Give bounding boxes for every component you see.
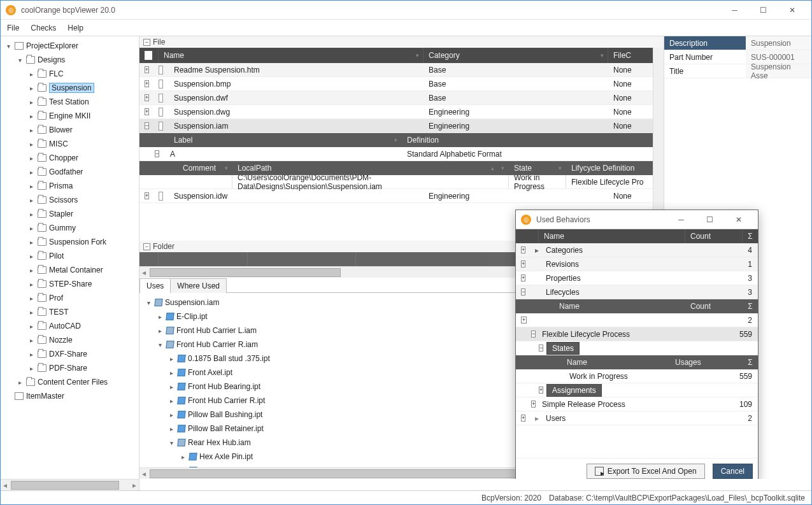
- expand-icon[interactable]: ▸: [27, 337, 35, 344]
- expand-icon[interactable]: ▸: [27, 211, 35, 218]
- tree-item[interactable]: ▸Nozzle: [2, 333, 138, 347]
- tree-item[interactable]: ▸Engine MKII: [2, 109, 138, 123]
- tree-item[interactable]: ▸TEST: [2, 305, 138, 319]
- label-def-row[interactable]: −AStandard Alphabetic Format: [139, 147, 653, 161]
- expand-icon[interactable]: +: [531, 401, 536, 408]
- expand-icon[interactable]: +: [145, 80, 149, 87]
- popup-row-srp[interactable]: + Simple Release Process 109: [516, 397, 758, 411]
- expand-icon[interactable]: +: [145, 108, 149, 115]
- expand-icon[interactable]: +: [521, 317, 527, 324]
- expand-icon[interactable]: ▸: [27, 85, 35, 92]
- scrollbar-thumb[interactable]: [11, 481, 119, 490]
- expand-icon[interactable]: ▸: [167, 411, 175, 418]
- expand-icon[interactable]: ▸: [179, 453, 187, 460]
- file-section-header[interactable]: − File: [139, 36, 664, 48]
- collapse-icon[interactable]: −: [145, 122, 149, 129]
- expand-icon[interactable]: ▸: [27, 127, 35, 134]
- expand-icon[interactable]: ▸: [27, 239, 35, 246]
- dialog-titlebar[interactable]: ◎ Used Behaviors ─ ☐ ✕: [516, 210, 758, 229]
- file-row[interactable]: +Suspension.dwgEngineeringNone: [139, 105, 653, 119]
- cancel-button[interactable]: Cancel: [713, 464, 753, 479]
- file-row[interactable]: +Readme Suspension.htmBaseNone: [139, 63, 653, 77]
- tree-item[interactable]: ▸MISC: [2, 137, 138, 151]
- filter-icon[interactable]: ▾: [601, 52, 604, 59]
- popup-row[interactable]: +Revisions1: [516, 257, 758, 271]
- expand-icon[interactable]: ▸: [27, 267, 35, 274]
- close-button[interactable]: ✕: [778, 1, 806, 20]
- collapse-icon[interactable]: ▾: [4, 43, 12, 50]
- expand-icon[interactable]: +: [521, 274, 525, 281]
- expand-icon[interactable]: +: [521, 260, 525, 267]
- expand-icon[interactable]: +: [145, 94, 149, 101]
- popup-row-users[interactable]: + ▸ Users 2: [516, 411, 758, 425]
- col-count[interactable]: Count: [685, 229, 743, 243]
- collapse-icon[interactable]: −: [521, 288, 525, 295]
- collapse-icon[interactable]: −: [531, 331, 536, 338]
- expand-icon[interactable]: ▸: [27, 99, 35, 106]
- expand-icon[interactable]: ▸: [156, 327, 164, 334]
- tree-item[interactable]: ▸PDF-Share: [2, 361, 138, 375]
- col-fileclass[interactable]: FileC: [608, 48, 653, 63]
- icon-column[interactable]: [139, 48, 159, 63]
- minimize-button[interactable]: ─: [720, 1, 749, 20]
- dialog-close-button[interactable]: ✕: [724, 210, 753, 229]
- tree-item[interactable]: ▸Suspension: [2, 81, 138, 95]
- tree-item[interactable]: ▸FLC: [2, 67, 138, 81]
- col-name[interactable]: Name: [539, 229, 685, 243]
- collapse-icon[interactable]: ▾: [167, 439, 175, 446]
- collapse-icon[interactable]: ▾: [16, 57, 24, 64]
- collapse-icon[interactable]: −: [143, 243, 150, 250]
- expand-icon[interactable]: ▸: [27, 365, 35, 372]
- expand-icon[interactable]: ▸: [167, 397, 175, 404]
- expand-icon[interactable]: ▸: [27, 155, 35, 162]
- tree-item[interactable]: ▸AutoCAD: [2, 319, 138, 333]
- export-excel-button[interactable]: ▸ Export To Excel And Open: [587, 464, 705, 479]
- expand-icon[interactable]: ▸: [27, 309, 35, 316]
- popup-row-blank[interactable]: + 2: [516, 313, 758, 327]
- col-name[interactable]: Name▾: [159, 48, 424, 63]
- popup-row-wip[interactable]: Work in Progress 559: [516, 369, 758, 383]
- file-row[interactable]: −Suspension.iamEngineeringNone: [139, 119, 653, 133]
- expand-icon[interactable]: ▸: [27, 197, 35, 204]
- expand-icon[interactable]: ▸: [167, 355, 175, 362]
- tree-item[interactable]: ▸Prof: [2, 291, 138, 305]
- tree-item[interactable]: ▸Gummy: [2, 221, 138, 235]
- menu-file[interactable]: File: [7, 24, 19, 32]
- tree-ccf[interactable]: ▸ Content Center Files: [2, 375, 138, 389]
- tab-uses[interactable]: Uses: [139, 278, 171, 293]
- tree-item[interactable]: ▸Pilot: [2, 249, 138, 263]
- tree-item[interactable]: ▸Scissors: [2, 193, 138, 207]
- expand-icon[interactable]: ▸: [16, 379, 24, 386]
- popup-row-assignments[interactable]: + Assignments: [516, 383, 758, 397]
- tree-item[interactable]: ▸Godfather: [2, 165, 138, 179]
- expand-icon[interactable]: ▸: [27, 225, 35, 232]
- expand-icon[interactable]: ▸: [167, 383, 175, 390]
- expand-icon[interactable]: ▸: [27, 281, 35, 288]
- expand-icon[interactable]: +: [145, 192, 149, 199]
- expand-icon[interactable]: ▸: [167, 369, 175, 376]
- dialog-maximize-button[interactable]: ☐: [695, 210, 724, 229]
- tree-item[interactable]: ▸Suspension Fork: [2, 235, 138, 249]
- tree-item[interactable]: ▸STEP-Share: [2, 277, 138, 291]
- expand-icon[interactable]: ▸: [167, 425, 175, 432]
- tree-itemmaster[interactable]: ItemMaster: [2, 389, 138, 403]
- col-sigma[interactable]: Σ: [743, 229, 758, 243]
- tree-item[interactable]: ▸Stapler: [2, 207, 138, 221]
- menu-help[interactable]: Help: [68, 24, 83, 32]
- tree-item[interactable]: ▸Metal Container: [2, 263, 138, 277]
- project-explorer-tree[interactable]: ▾ ProjectExplorer ▾ Designs ▸FLC▸Suspens…: [1, 36, 139, 479]
- expand-icon[interactable]: +: [539, 387, 543, 394]
- expand-icon[interactable]: +: [145, 66, 149, 73]
- sidebar-hscroll[interactable]: ◂ ▸: [1, 479, 139, 490]
- expand-icon[interactable]: +: [521, 246, 525, 253]
- popup-row[interactable]: −Lifecycles3: [516, 285, 758, 299]
- popup-row-flp[interactable]: − Flexible Lifecycle Process 559: [516, 327, 758, 341]
- col-category[interactable]: Category▾: [424, 48, 608, 63]
- maximize-button[interactable]: ☐: [749, 1, 778, 20]
- scrollbar-thumb[interactable]: [150, 268, 341, 277]
- expand-icon[interactable]: +: [521, 415, 525, 422]
- tree-item[interactable]: ▸DXF-Share: [2, 347, 138, 361]
- expand-icon[interactable]: ▸: [27, 71, 35, 78]
- expand-icon[interactable]: ▸: [156, 313, 164, 320]
- tree-root[interactable]: ▾ ProjectExplorer: [2, 39, 138, 53]
